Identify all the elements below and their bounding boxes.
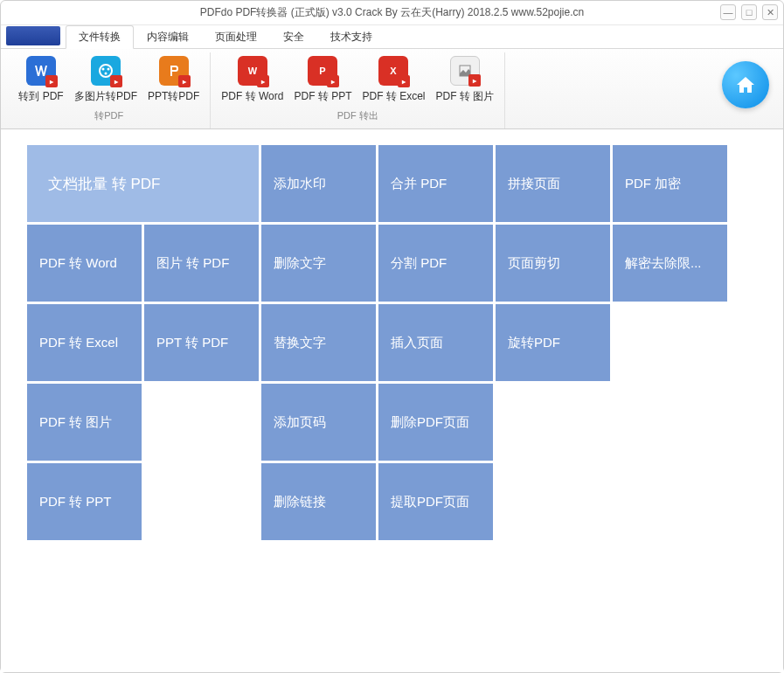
tab-security[interactable]: 安全	[270, 25, 317, 49]
content-area: 文档批量 转 PDF 添加水印 合并 PDF 拼接页面 PDF 加密 PDF 转…	[1, 129, 783, 672]
ribbon-item-pdf-to-ppt[interactable]: P ▸ PDF 转 PPT	[290, 52, 355, 108]
tile-pdf-to-ppt[interactable]: PDF 转 PPT	[27, 463, 142, 540]
tile-replace-text[interactable]: 替换文字	[261, 304, 376, 381]
tab-content-edit[interactable]: 内容编辑	[134, 25, 202, 49]
pdf-badge-icon: ▸	[178, 75, 191, 87]
ribbon-item-pdf-to-image[interactable]: ▸ PDF 转 图片	[433, 52, 498, 108]
tile-split-pdf[interactable]: 分割 PDF	[378, 225, 493, 302]
window-controls: — □ ✕	[720, 4, 778, 20]
ribbon-group-items: W ▸ PDF 转 Word P ▸ PDF 转 PPT X ▸	[218, 52, 497, 108]
pdf-excel-icon: X ▸	[378, 56, 408, 86]
pdf-badge-icon: ▸	[257, 75, 269, 87]
ribbon-item-label: 多图片转PDF	[74, 89, 137, 104]
ribbon-item-label: PDF 转 PPT	[294, 89, 351, 104]
tile-rotate-pdf[interactable]: 旋转PDF	[496, 304, 610, 381]
close-button[interactable]: ✕	[762, 4, 778, 20]
pdf-badge-icon: ▸	[45, 75, 58, 87]
tile-row: PDF 转 Excel PPT 转 PDF 替换文字 插入页面 旋转PDF	[27, 304, 757, 381]
pdf-badge-icon: ▸	[327, 75, 339, 87]
ribbon-item-pdf-to-excel[interactable]: X ▸ PDF 转 Excel	[358, 52, 428, 108]
tile-row: PDF 转 Word 图片 转 PDF 删除文字 分割 PDF 页面剪切 解密去…	[27, 225, 757, 302]
ribbon-item-label: PDF 转 Excel	[362, 89, 425, 104]
ribbon-group-label: 转PDF	[94, 109, 123, 122]
ribbon-item-to-pdf[interactable]: ▸ 转到 PDF	[15, 52, 67, 108]
tile-add-watermark[interactable]: 添加水印	[261, 145, 376, 222]
ribbon-group-label: PDF 转出	[337, 109, 378, 122]
ribbon-group-to-pdf: ▸ 转到 PDF ▸ 多图片转PDF ▸ PPT转PDF	[8, 52, 211, 128]
tile-pdf-encrypt[interactable]: PDF 加密	[613, 145, 727, 222]
tile-row: PDF 转 PPT 删除链接 提取PDF页面	[27, 463, 757, 540]
tile-pdf-to-word[interactable]: PDF 转 Word	[27, 225, 142, 302]
tile-row: 文档批量 转 PDF 添加水印 合并 PDF 拼接页面 PDF 加密	[27, 145, 757, 222]
maximize-button[interactable]: □	[741, 4, 757, 20]
tile-page-crop[interactable]: 页面剪切	[496, 225, 610, 302]
svg-text:P: P	[320, 66, 326, 76]
tile-pdf-to-image[interactable]: PDF 转 图片	[27, 384, 142, 461]
svg-point-1	[102, 68, 105, 71]
tile-decrypt-remove[interactable]: 解密去除限...	[613, 225, 727, 302]
tile-splice-page[interactable]: 拼接页面	[496, 145, 610, 222]
pdf-ppt-icon: P ▸	[308, 56, 337, 86]
tile-delete-text[interactable]: 删除文字	[261, 225, 376, 302]
tile-row: PDF 转 图片 添加页码 删除PDF页面	[27, 384, 757, 461]
tile-insert-page[interactable]: 插入页面	[378, 304, 493, 381]
tile-add-page-number[interactable]: 添加页码	[261, 384, 376, 461]
tile-delete-pdf-page[interactable]: 删除PDF页面	[378, 384, 493, 461]
svg-text:X: X	[391, 66, 398, 76]
tab-page-process[interactable]: 页面处理	[202, 25, 270, 49]
ribbon-item-label: PDF 转 Word	[221, 89, 283, 104]
ribbon-item-label: 转到 PDF	[18, 89, 63, 104]
window-title: PDFdo PDF转换器 (正式版) v3.0 Crack By 云在天(Har…	[200, 5, 584, 20]
svg-text:W: W	[248, 66, 258, 76]
pdf-badge-icon: ▸	[468, 74, 481, 87]
tile-batch-to-pdf[interactable]: 文档批量 转 PDF	[27, 145, 259, 222]
tile-grid: 文档批量 转 PDF 添加水印 合并 PDF 拼接页面 PDF 加密 PDF 转…	[27, 145, 757, 540]
home-button[interactable]	[722, 61, 769, 108]
app-window: PDFdo PDF转换器 (正式版) v3.0 Crack By 云在天(Har…	[0, 0, 784, 673]
tile-pdf-to-excel[interactable]: PDF 转 Excel	[27, 304, 142, 381]
images-icon: ▸	[91, 56, 121, 86]
tile-merge-pdf[interactable]: 合并 PDF	[378, 145, 493, 222]
svg-point-2	[108, 68, 110, 71]
tile-image-to-pdf[interactable]: 图片 转 PDF	[144, 225, 259, 302]
file-menu-button[interactable]	[6, 26, 60, 45]
home-icon	[733, 73, 758, 97]
tile-ppt-to-pdf[interactable]: PPT 转 PDF	[144, 304, 259, 381]
svg-point-3	[105, 73, 108, 75]
titlebar: PDFdo PDF转换器 (正式版) v3.0 Crack By 云在天(Har…	[1, 1, 783, 25]
ribbon-group-pdf-export: W ▸ PDF 转 Word P ▸ PDF 转 PPT X ▸	[211, 52, 505, 128]
minimize-button[interactable]: —	[720, 4, 736, 20]
pdf-word-icon: W ▸	[238, 56, 267, 86]
ppt-icon: ▸	[159, 56, 189, 86]
ribbon-item-ppt-to-pdf[interactable]: ▸ PPT转PDF	[144, 52, 203, 108]
ribbon-group-items: ▸ 转到 PDF ▸ 多图片转PDF ▸ PPT转PDF	[15, 52, 203, 108]
tab-strip: 文件转换 内容编辑 页面处理 安全 技术支持	[1, 25, 783, 49]
tab-tech-support[interactable]: 技术支持	[317, 25, 385, 49]
tile-extract-pdf-page[interactable]: 提取PDF页面	[378, 463, 493, 540]
pdf-image-icon: ▸	[450, 56, 480, 86]
ribbon-item-pdf-to-word[interactable]: W ▸ PDF 转 Word	[218, 52, 287, 108]
tab-file-convert[interactable]: 文件转换	[66, 25, 134, 49]
tile-delete-link[interactable]: 删除链接	[261, 463, 376, 540]
ribbon: ▸ 转到 PDF ▸ 多图片转PDF ▸ PPT转PDF	[1, 49, 783, 129]
ribbon-item-label: PDF 转 图片	[436, 89, 495, 104]
pdf-badge-icon: ▸	[398, 75, 410, 87]
pdf-badge-icon: ▸	[110, 75, 122, 87]
word-icon: ▸	[26, 56, 56, 86]
ribbon-item-label: PPT转PDF	[148, 89, 199, 104]
ribbon-item-images-to-pdf[interactable]: ▸ 多图片转PDF	[71, 52, 141, 108]
